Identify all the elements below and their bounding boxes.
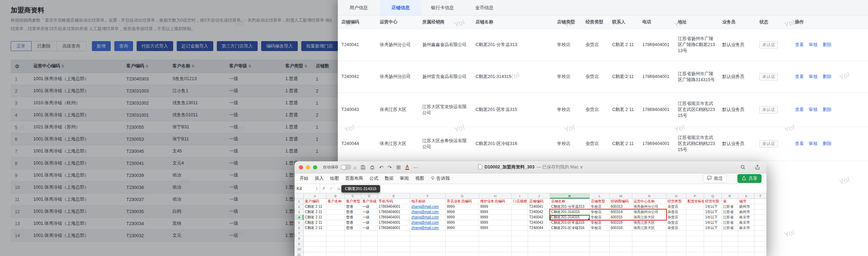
cell[interactable]: 600316 [610, 226, 632, 231]
column-header[interactable]: Q [704, 193, 722, 199]
cell[interactable] [722, 241, 738, 247]
tab-deleted[interactable]: 已删除 [32, 41, 57, 51]
cell[interactable] [512, 226, 528, 231]
cell[interactable]: 学校店 [590, 226, 610, 231]
cell[interactable] [446, 236, 479, 241]
row-header[interactable]: 4 [295, 215, 304, 220]
column-header[interactable]: N [632, 193, 666, 199]
home-icon[interactable]: ⌂ [353, 165, 356, 170]
cell[interactable]: zhang@mail.com [410, 215, 446, 220]
table-row[interactable]: 41001.张亮冷链（上海总部）T23031001优鱼鱼01011一级1.普通2 [11, 109, 342, 121]
cell[interactable]: 学校店 [590, 215, 610, 220]
cell[interactable]: 扬州市 [738, 210, 754, 215]
store-row[interactable]: T240041张亮扬州分公司扬州鑫鑫食品有限公司C鹅茗201-分常温313学校店… [338, 29, 868, 61]
cell[interactable] [754, 231, 767, 236]
cell[interactable] [326, 241, 345, 247]
cell[interactable] [666, 236, 686, 241]
delete-link[interactable]: 删除 [823, 141, 831, 146]
cell[interactable] [754, 210, 767, 215]
payment-method-import-button[interactable]: 付款方式导入 [137, 41, 173, 51]
cell[interactable] [686, 210, 704, 215]
cell[interactable]: 一级 [361, 226, 378, 231]
cell[interactable] [512, 252, 528, 256]
cell[interactable] [326, 231, 345, 236]
menu-insert[interactable]: 插入 [315, 176, 324, 182]
sort-icon[interactable]: ⇅ [192, 64, 194, 68]
cell[interactable] [361, 231, 378, 236]
cell[interactable] [479, 236, 512, 241]
table-row[interactable]: 101001.张亮冷链（上海总部）T230038佑治一级1.普通1 [11, 182, 342, 194]
cell[interactable] [361, 241, 378, 247]
row-header[interactable]: 3 [295, 210, 304, 215]
audit-link[interactable]: 审核 [809, 74, 818, 79]
cell[interactable] [666, 247, 686, 252]
row-header[interactable]: 8 [295, 236, 304, 241]
cell[interactable]: 店铺类型 [590, 199, 610, 204]
cell[interactable]: 1年以下 [704, 210, 722, 215]
cell[interactable]: 配货价标签 [686, 199, 704, 204]
cell[interactable] [512, 220, 528, 226]
column-header-op-center-code[interactable]: 运营中心编码⇅ [31, 63, 124, 69]
column-header-customer-type[interactable]: 客户类型⇅ [283, 63, 314, 69]
row-header[interactable]: 6 [295, 226, 304, 231]
menu-view[interactable]: 视图 [415, 176, 424, 182]
delete-link[interactable]: 删除 [823, 74, 831, 79]
cell[interactable] [754, 247, 767, 252]
menu-tell-me[interactable]: 告诉我 [430, 176, 450, 182]
cell[interactable] [410, 236, 446, 241]
font-color-icon[interactable]: A [405, 165, 409, 170]
cell[interactable]: 省 [722, 199, 738, 204]
column-header[interactable]: B [326, 193, 345, 199]
cell[interactable]: 普通 [345, 226, 361, 231]
row-header[interactable]: 5 [295, 220, 304, 226]
cell[interactable]: 9999 [479, 226, 512, 231]
cell[interactable]: 张亮扬州分公司 [632, 210, 666, 215]
cell[interactable] [479, 241, 512, 247]
close-button[interactable] [299, 165, 303, 169]
cell[interactable]: T240042 [528, 215, 550, 220]
cell[interactable]: 9999 [446, 204, 479, 210]
code-modify-import-button[interactable]: 编码修改导入 [261, 41, 298, 51]
cell[interactable] [410, 241, 446, 247]
column-header[interactable]: R [722, 193, 738, 199]
cell[interactable]: 南京市 [738, 226, 754, 231]
cell[interactable]: 经销商编码 [610, 199, 632, 204]
cell[interactable]: 600315 [610, 220, 632, 226]
cell[interactable]: 电子邮箱 [410, 199, 446, 204]
column-header[interactable]: K [550, 193, 590, 199]
cell[interactable] [686, 236, 704, 241]
row-header[interactable]: 2 [295, 204, 304, 210]
cell[interactable] [345, 236, 361, 241]
cell[interactable]: C鹅茗 2 11 [304, 210, 326, 215]
cell[interactable]: 杂货店 [666, 226, 686, 231]
cell[interactable]: 9999 [479, 215, 512, 220]
cell[interactable]: 普通 [345, 204, 361, 210]
cell[interactable] [378, 236, 410, 241]
cell[interactable]: zhang@mail.com [410, 210, 446, 215]
cell[interactable] [528, 231, 550, 236]
table-row[interactable]: 11001.张亮冷链（上海总部）T23040303S鱼鱼01213一级1.普通1 [11, 73, 342, 85]
cell[interactable] [512, 210, 528, 215]
cell[interactable] [326, 220, 345, 226]
cell[interactable]: 9999 [446, 226, 479, 231]
cell[interactable] [632, 247, 666, 252]
audit-link[interactable]: 审核 [809, 42, 818, 47]
cell[interactable]: 南京市 [738, 220, 754, 226]
store-row[interactable]: T240042张亮扬州分公司扬州雷克食品有限公司C鹅茗201-314315学校店… [338, 61, 868, 93]
enter-icon[interactable]: ✓ [330, 186, 333, 191]
cell[interactable] [326, 247, 345, 252]
cell[interactable]: 1年以下 [704, 215, 722, 220]
cell[interactable] [610, 231, 632, 236]
cell[interactable]: 600313 [610, 204, 632, 210]
column-header-customer-name[interactable]: 客户名称⇅ [170, 63, 227, 69]
cell[interactable]: 店铺名称 [550, 199, 590, 204]
table-row[interactable]: 131001.张亮冷链（上海总部）T230034莫纳一级1.普通1 [11, 218, 342, 230]
cell[interactable] [326, 210, 345, 215]
cell[interactable]: 学校店 [590, 220, 610, 226]
spreadsheet-grid[interactable]: ABCDEFGHIJKLMNOPQRST1客户编码客户名称客户类型客户等级手机号… [295, 193, 767, 256]
cell[interactable]: 9999 [446, 215, 479, 220]
cell[interactable] [686, 252, 704, 256]
cell[interactable] [512, 204, 528, 210]
cell[interactable]: 17869404001 [378, 226, 410, 231]
column-header[interactable]: J [528, 193, 550, 199]
